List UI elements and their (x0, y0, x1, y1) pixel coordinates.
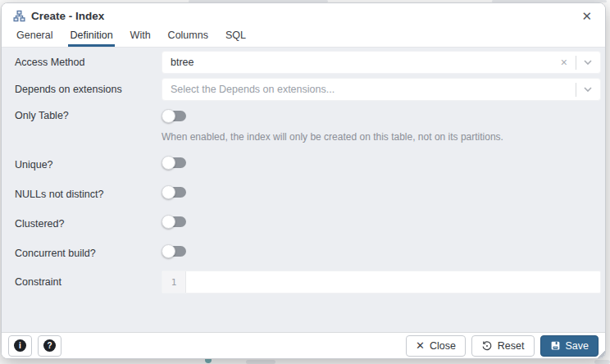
depends-on-extensions-label: Depends on extensions (2, 84, 162, 95)
dialog-footer: i ? ✕ Close Reset (2, 332, 605, 358)
dialog-tabbar: General Definition With Columns SQL (2, 29, 605, 48)
only-table-toggle[interactable] (162, 109, 187, 123)
info-icon: i (14, 339, 26, 352)
access-method-select[interactable]: btree × (162, 51, 601, 74)
reset-icon (481, 340, 493, 352)
dialog-help-button[interactable]: ? (38, 335, 61, 357)
tab-with[interactable]: With (129, 28, 152, 47)
toggle-knob (162, 109, 175, 123)
dialog-header: Create - Index ✕ (2, 3, 605, 29)
depends-on-extensions-placeholder: Select the Depends on extensions... (171, 84, 571, 95)
concurrent-build-label: Concurrent build? (2, 248, 162, 259)
chevron-down-icon[interactable] (580, 87, 595, 92)
save-icon (550, 340, 561, 351)
tab-general[interactable]: General (15, 28, 54, 47)
depends-on-extensions-row: Depends on extensions Select the Depends… (2, 78, 601, 101)
nulls-not-distinct-label: NULLs not distinct? (2, 189, 162, 200)
definition-form: Access Method btree × Depends on extensi… (2, 48, 605, 332)
clustered-row: Clustered? (2, 215, 601, 232)
only-table-help-text: When enabled, the index will only be cre… (162, 131, 601, 143)
save-button[interactable]: Save (540, 335, 599, 357)
constraint-row: Constraint 1 (2, 271, 601, 293)
tab-columns[interactable]: Columns (166, 28, 210, 47)
background-sliver (246, 360, 275, 364)
reset-button-label: Reset (498, 340, 525, 352)
unique-row: Unique? (2, 156, 601, 173)
reset-button[interactable]: Reset (471, 335, 535, 357)
constraint-label: Constraint (2, 276, 162, 288)
clustered-label: Clustered? (2, 218, 162, 230)
close-button[interactable]: ✕ Close (406, 335, 466, 357)
constraint-input[interactable] (186, 271, 600, 293)
constraint-editor: 1 (162, 271, 601, 293)
sql-help-button[interactable]: i (8, 335, 32, 357)
select-separator (576, 56, 576, 70)
create-index-dialog: Create - Index ✕ General Definition With… (1, 2, 606, 359)
concurrent-build-row: Concurrent build? (2, 244, 601, 262)
background-sliver (594, 360, 610, 364)
question-icon: ? (43, 339, 56, 352)
close-button-label: Close (430, 340, 456, 352)
only-table-row: Only Table? When enabled, the index will… (2, 109, 601, 143)
toggle-knob (162, 244, 175, 258)
select-separator (576, 83, 576, 97)
clear-icon[interactable]: × (557, 57, 571, 68)
nulls-not-distinct-row: NULLs not distinct? (2, 185, 601, 202)
save-button-label: Save (566, 340, 590, 352)
resize-grip[interactable] (596, 349, 605, 358)
dialog-close-icon[interactable]: ✕ (578, 8, 595, 24)
unique-toggle[interactable] (162, 156, 187, 170)
unique-label: Unique? (2, 159, 162, 171)
tab-sql[interactable]: SQL (224, 28, 248, 47)
toggle-knob (162, 215, 175, 229)
toggle-knob (162, 185, 175, 199)
close-x-icon: ✕ (416, 340, 425, 351)
dialog-title: Create - Index (31, 10, 104, 22)
concurrent-build-toggle[interactable] (162, 244, 187, 258)
nulls-not-distinct-toggle[interactable] (162, 185, 187, 199)
depends-on-extensions-select[interactable]: Select the Depends on extensions... (162, 78, 601, 101)
index-icon (13, 10, 25, 22)
toggle-knob (162, 156, 175, 170)
tab-definition[interactable]: Definition (68, 28, 114, 47)
access-method-row: Access Method btree × (2, 51, 601, 74)
line-number-gutter: 1 (162, 271, 186, 293)
clustered-toggle[interactable] (162, 215, 187, 229)
access-method-label: Access Method (2, 57, 162, 68)
access-method-value: btree (171, 57, 557, 68)
chevron-down-icon[interactable] (580, 60, 595, 65)
only-table-label: Only Table? (2, 109, 162, 123)
